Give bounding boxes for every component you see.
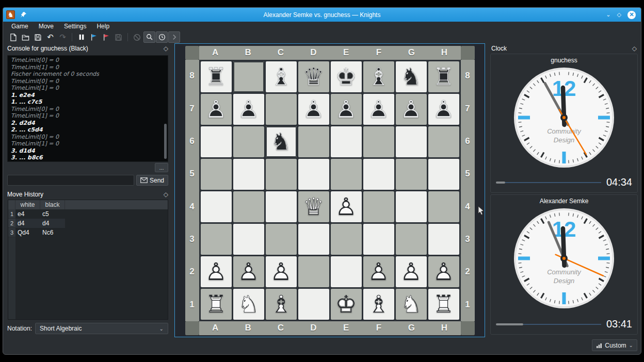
black-pawn[interactable]: ♟♙ (334, 96, 359, 123)
float-diamond-icon[interactable]: ◇ (632, 45, 637, 52)
board-square-a6[interactable] (201, 126, 232, 157)
column-header-black[interactable]: black (40, 200, 65, 209)
board-square-d3[interactable] (298, 224, 329, 255)
board-square-e1[interactable]: ♚♔ (331, 289, 362, 320)
board-square-c3[interactable] (266, 224, 297, 255)
new-button[interactable] (7, 31, 19, 43)
menu-move[interactable]: Move (35, 23, 58, 30)
board-square-c4[interactable] (266, 191, 297, 222)
black-rook[interactable]: ♜♖ (431, 63, 456, 90)
board-square-e4[interactable]: ♟♙ (331, 191, 362, 222)
white-move-cell[interactable]: Qd4 (15, 228, 40, 237)
abort-button[interactable] (131, 31, 143, 43)
board-square-d8[interactable]: ♛♕ (298, 61, 329, 92)
resign-flag-button[interactable] (100, 31, 112, 43)
move-history-table[interactable]: white black 1e4c52d4d43Qd4Nc6 (8, 200, 168, 320)
black-pawn[interactable]: ♟♙ (236, 96, 261, 123)
board-square-e8[interactable]: ♚♔ (331, 61, 362, 92)
board-square-g2[interactable]: ♟♙ (396, 256, 427, 287)
board-square-g3[interactable] (396, 224, 427, 255)
board-square-g5[interactable] (396, 159, 427, 190)
board-square-g8[interactable]: ♞♘ (396, 61, 427, 92)
white-knight[interactable]: ♞♘ (399, 291, 424, 318)
white-pawn[interactable]: ♟♙ (269, 258, 294, 285)
board-square-b4[interactable] (233, 191, 264, 222)
white-queen[interactable]: ♛♕ (301, 193, 326, 220)
board-square-b3[interactable] (233, 224, 264, 255)
board-square-g6[interactable] (396, 126, 427, 157)
board-square-f3[interactable] (363, 224, 394, 255)
float-diamond-icon[interactable]: ◇ (164, 191, 168, 198)
maximize-diamond-icon[interactable]: ◇ (617, 11, 621, 18)
board-square-d4[interactable]: ♛♕ (298, 191, 329, 222)
white-pawn[interactable]: ♟♙ (366, 258, 391, 285)
board-square-f5[interactable] (363, 159, 394, 190)
board-square-a3[interactable] (201, 224, 232, 255)
float-diamond-icon[interactable]: ◇ (164, 45, 168, 52)
board-square-d7[interactable]: ♟♙ (298, 94, 329, 125)
board-square-d6[interactable] (298, 126, 329, 157)
pause-button[interactable] (75, 31, 87, 43)
board-square-c6[interactable]: ♞♘ (266, 126, 297, 157)
board-square-b1[interactable]: ♞♘ (233, 289, 264, 320)
redo-button[interactable]: ↷ (57, 31, 69, 43)
white-pawn[interactable]: ♟♙ (431, 258, 456, 285)
undo-button[interactable]: ↶ (44, 31, 56, 43)
move-history-row[interactable]: 2d4d4 (8, 219, 168, 228)
board-square-g4[interactable] (396, 191, 427, 222)
board-square-c7[interactable] (266, 94, 297, 125)
board-square-a8[interactable]: ♜♖ (201, 61, 232, 92)
board-square-h5[interactable] (428, 159, 459, 190)
board-square-e7[interactable]: ♟♙ (331, 94, 362, 125)
board-square-h6[interactable] (428, 126, 459, 157)
move-history-row[interactable]: 3Qd4Nc6 (8, 228, 168, 237)
board-square-b8[interactable] (233, 61, 264, 92)
black-move-cell[interactable]: d4 (40, 219, 65, 228)
black-bishop[interactable]: ♝♗ (366, 63, 391, 90)
board-square-f7[interactable]: ♟♙ (363, 94, 394, 125)
white-pawn[interactable]: ♟♙ (204, 258, 229, 285)
more-button[interactable]: ... (155, 163, 168, 172)
draw-flag-button[interactable] (88, 31, 100, 43)
board-square-h7[interactable]: ♟♙ (428, 94, 459, 125)
difficulty-select[interactable]: Custom ⌄ (592, 339, 637, 351)
menu-settings[interactable]: Settings (60, 23, 90, 30)
time-progress-slider[interactable] (496, 181, 601, 184)
send-button[interactable]: Send (136, 175, 168, 186)
black-knight[interactable]: ♞♘ (399, 63, 424, 90)
black-knight[interactable]: ♞♘ (269, 128, 294, 155)
black-king[interactable]: ♚♔ (334, 63, 359, 90)
board-square-b6[interactable] (233, 126, 264, 157)
close-icon[interactable]: ✕ (627, 11, 636, 19)
black-move-cell[interactable]: c5 (40, 209, 65, 219)
minimize-chevron-icon[interactable]: ⌄ (606, 11, 610, 18)
black-pawn[interactable]: ♟♙ (204, 96, 229, 123)
white-move-cell[interactable]: d4 (15, 219, 40, 228)
board-square-a1[interactable]: ♜♖ (201, 289, 232, 320)
column-header-white[interactable]: white (15, 200, 40, 209)
black-pawn[interactable]: ♟♙ (301, 96, 326, 123)
white-king[interactable]: ♚♔ (334, 291, 359, 318)
black-bishop[interactable]: ♝♗ (269, 63, 294, 90)
board-square-c1[interactable]: ♝♗ (266, 289, 297, 320)
adjourn-button[interactable] (112, 31, 124, 43)
white-bishop[interactable]: ♝♗ (366, 291, 391, 318)
time-progress-slider[interactable] (496, 323, 601, 326)
board-square-a5[interactable] (201, 159, 232, 190)
board-square-e3[interactable] (331, 224, 362, 255)
board-square-h3[interactable] (428, 224, 459, 255)
console-message-input[interactable] (7, 175, 134, 186)
white-knight[interactable]: ♞♘ (236, 291, 261, 318)
white-rook[interactable]: ♜♖ (431, 291, 456, 318)
board-square-b5[interactable] (233, 159, 264, 190)
white-pawn[interactable]: ♟♙ (399, 258, 424, 285)
titlebar[interactable]: ♞ Alexander Semke vs. gnuchess — Knights… (3, 8, 641, 22)
board-square-h1[interactable]: ♜♖ (428, 289, 459, 320)
board-square-h2[interactable]: ♟♙ (428, 256, 459, 287)
zoom-button[interactable] (143, 31, 155, 43)
board-square-f2[interactable]: ♟♙ (363, 256, 394, 287)
board-square-e5[interactable] (331, 159, 362, 190)
board-square-d5[interactable] (298, 159, 329, 190)
board-square-c2[interactable]: ♟♙ (266, 256, 297, 287)
board-square-c5[interactable] (266, 159, 297, 190)
